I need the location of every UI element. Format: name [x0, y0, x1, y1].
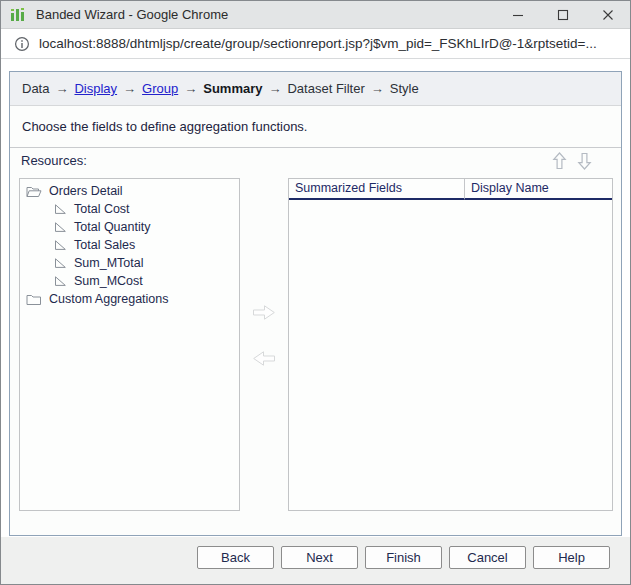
- breadcrumb-step-dataset-filter: Dataset Filter: [287, 81, 364, 96]
- reorder-controls: [552, 151, 592, 171]
- maximize-button[interactable]: [540, 1, 585, 29]
- remove-field-button[interactable]: [252, 350, 288, 367]
- column-header-summarized-fields[interactable]: Summarized Fields: [289, 179, 465, 200]
- url-text[interactable]: localhost:8888/dhtmljsp/create/group/sec…: [39, 36, 597, 51]
- breadcrumb-step-style: Style: [390, 81, 419, 96]
- wizard-panel: Data → Display → Group → Summary → Datas…: [9, 71, 622, 536]
- tree-item-label: Total Quantity: [74, 220, 150, 234]
- tree-item-label: Orders Detail: [49, 184, 123, 198]
- breadcrumb-step-summary: Summary: [203, 81, 262, 96]
- browser-window: Banded Wizard - Google Chrome localhost:…: [0, 0, 631, 585]
- summary-field-icon: [54, 239, 67, 251]
- tree-item-sum-mcost[interactable]: Sum_MCost: [20, 272, 239, 290]
- next-button[interactable]: Next: [281, 546, 358, 569]
- back-button[interactable]: Back: [197, 546, 274, 569]
- tree-item-label: Sum_MCost: [74, 274, 143, 288]
- page-info-icon[interactable]: [14, 36, 30, 52]
- finish-button[interactable]: Finish: [365, 546, 442, 569]
- tree-item-label: Total Cost: [74, 202, 130, 216]
- column-header-display-name[interactable]: Display Name: [465, 179, 612, 200]
- help-button[interactable]: Help: [533, 546, 610, 569]
- breadcrumb-separator-icon: →: [268, 81, 281, 96]
- tree-item-orders-detail[interactable]: Orders Detail: [20, 182, 239, 200]
- tree-item-total-quantity[interactable]: Total Quantity: [20, 218, 239, 236]
- tree-item-total-sales[interactable]: Total Sales: [20, 236, 239, 254]
- folder-closed-icon: [26, 293, 42, 306]
- app-logo-icon: [9, 6, 27, 24]
- breadcrumb-separator-icon: →: [123, 81, 136, 96]
- cancel-button[interactable]: Cancel: [449, 546, 526, 569]
- move-down-button[interactable]: [577, 151, 592, 171]
- minimize-button[interactable]: [495, 1, 540, 29]
- breadcrumb-step-group[interactable]: Group: [142, 81, 178, 96]
- summary-field-icon: [54, 275, 67, 287]
- breadcrumb-separator-icon: →: [184, 81, 197, 96]
- titlebar: Banded Wizard - Google Chrome: [1, 1, 630, 29]
- tree-item-total-cost[interactable]: Total Cost: [20, 200, 239, 218]
- transfer-controls: [252, 304, 288, 396]
- summarized-fields-table: Summarized Fields Display Name: [288, 178, 613, 511]
- address-bar: localhost:8888/dhtmljsp/create/group/sec…: [1, 29, 630, 59]
- resources-label: Resources:: [21, 153, 87, 168]
- breadcrumb-separator-icon: →: [371, 81, 384, 96]
- window-title: Banded Wizard - Google Chrome: [36, 7, 228, 22]
- tree-item-label: Sum_MTotal: [74, 256, 143, 270]
- close-button[interactable]: [585, 1, 630, 29]
- tree-item-custom-aggregations[interactable]: Custom Aggregations: [20, 290, 239, 308]
- move-up-button[interactable]: [552, 151, 567, 171]
- summary-field-icon: [54, 221, 67, 233]
- breadcrumb-step-data: Data: [22, 81, 49, 96]
- tree-item-label: Custom Aggregations: [49, 292, 169, 306]
- window-controls: [495, 1, 630, 29]
- breadcrumb-separator-icon: →: [55, 81, 68, 96]
- breadcrumb-step-display[interactable]: Display: [74, 81, 117, 96]
- folder-open-icon: [26, 185, 42, 198]
- resources-tree: Orders Detail Total Cost Total Quantity …: [19, 178, 240, 511]
- tree-item-sum-mtotal[interactable]: Sum_MTotal: [20, 254, 239, 272]
- instruction-text: Choose the fields to define aggregation …: [10, 106, 621, 148]
- breadcrumb: Data → Display → Group → Summary → Datas…: [10, 72, 621, 106]
- add-field-button[interactable]: [252, 304, 288, 321]
- table-header-row: Summarized Fields Display Name: [289, 179, 612, 200]
- tree-item-label: Total Sales: [74, 238, 135, 252]
- summary-field-icon: [54, 257, 67, 269]
- summary-field-icon: [54, 203, 67, 215]
